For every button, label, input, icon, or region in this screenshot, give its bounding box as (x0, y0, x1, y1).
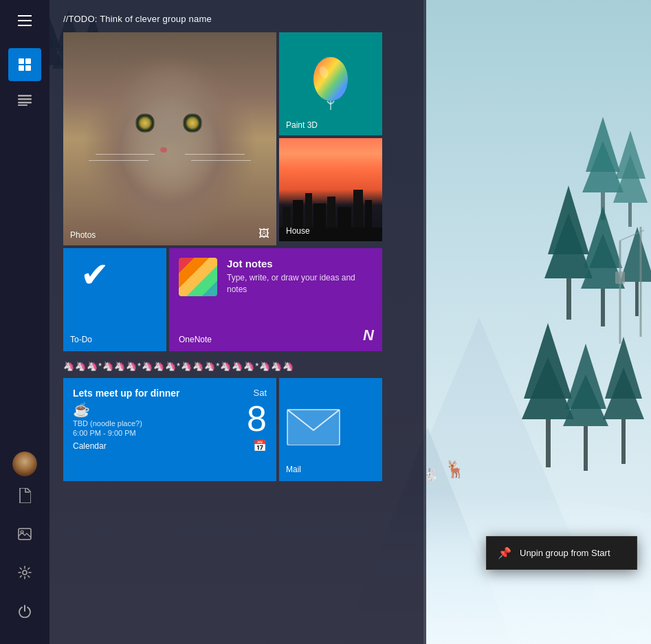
scroll-indicator (423, 0, 426, 644)
document-icon (19, 488, 31, 503)
calendar-emoji: ☕ (73, 401, 180, 418)
trees-right (410, 103, 651, 515)
tiles-col-right: Paint 3D (279, 32, 382, 245)
onenote-n-icon: N (363, 326, 374, 344)
photos-icon: 🖼 (258, 227, 269, 240)
tile-paint3d[interactable]: Paint 3D (279, 32, 382, 135)
calendar-app-label: Calendar (73, 441, 107, 451)
power-icon (18, 604, 32, 618)
calendar-event-group: Lets meet up for dinner ☕ TBD (noodle pl… (73, 388, 180, 438)
sidebar-item-pictures[interactable] (8, 518, 41, 551)
pin-icon: 📌 (498, 546, 511, 559)
whisker-left-1 (96, 154, 155, 155)
hamburger-line-1 (18, 15, 32, 16)
svg-rect-42 (18, 98, 32, 100)
tile-photos[interactable]: Photos 🖼 (63, 32, 276, 245)
svg-rect-43 (18, 102, 32, 104)
onenote-icon-box (179, 258, 217, 296)
tiles-row-1: Photos 🖼 (63, 32, 412, 245)
tiles-icon (18, 58, 32, 71)
svg-rect-36 (615, 271, 625, 284)
photos-image (63, 32, 276, 245)
todo-content: ✔ To-Do (63, 248, 166, 351)
start-content: //TODO: Think of clever group name (49, 0, 426, 644)
sidebar-item-tiles[interactable] (8, 48, 41, 81)
tiles-row-3: Lets meet up for dinner ☕ TBD (noodle pl… (63, 378, 412, 481)
context-menu-unpin-group[interactable]: 📌 Unpin group from Start (487, 540, 637, 566)
svg-rect-37 (19, 58, 24, 64)
paint3d-label: Paint 3D (286, 120, 318, 130)
onenote-jot-title: Jot notes (227, 258, 373, 269)
calendar-top: Lets meet up for dinner ☕ TBD (noodle pl… (73, 388, 267, 439)
mail-label: Mail (286, 465, 301, 474)
cat-image (63, 32, 276, 245)
svg-rect-38 (25, 58, 31, 64)
svg-point-48 (313, 57, 348, 101)
avatar-image (12, 452, 37, 476)
svg-rect-32 (621, 419, 626, 464)
calendar-event-title: Lets meet up for dinner (73, 388, 180, 399)
calendar-date-num: 8 (247, 401, 267, 436)
todo-label: To-Do (70, 335, 92, 344)
svg-rect-31 (584, 426, 588, 471)
calendar-day: Sat (247, 388, 267, 398)
house-label: House (286, 226, 310, 236)
svg-rect-41 (18, 95, 32, 97)
onenote-text: Jot notes Type, write, or draw your idea… (227, 258, 373, 342)
svg-rect-21 (566, 278, 571, 320)
todo-check-icon: ✔ (80, 255, 109, 295)
tile-onenote[interactable]: Jot notes Type, write, or draw your idea… (169, 248, 382, 351)
svg-rect-39 (19, 65, 24, 71)
start-menu: //TODO: Think of clever group name (0, 0, 426, 644)
whisker-right-1 (185, 154, 245, 155)
cat-nose (160, 147, 167, 153)
settings-icon (18, 566, 32, 579)
calendar-icon: 📅 (253, 439, 267, 452)
calendar-time: 6:00 PM - 9:00 PM (73, 429, 180, 437)
tile-house[interactable]: House (279, 138, 382, 241)
sidebar-item-allapps[interactable] (8, 84, 41, 117)
onenote-label: OneNote (179, 335, 212, 344)
calendar-location: TBD (noodle place?) (73, 419, 180, 428)
onenote-jot-subtitle: Type, write, or draw your ideas and note… (227, 272, 373, 296)
svg-rect-44 (18, 104, 27, 106)
svg-point-47 (23, 570, 27, 575)
sidebar-bottom (8, 479, 41, 644)
tile-todo[interactable]: ✔ To-Do (63, 248, 166, 351)
list-icon (18, 95, 32, 106)
sidebar-item-power[interactable] (8, 595, 41, 628)
hamburger-line-2 (18, 20, 32, 21)
svg-rect-23 (635, 282, 639, 316)
sidebar (0, 0, 49, 644)
group-title: //TODO: Think of clever group name (63, 14, 412, 24)
mail-envelope-icon (286, 404, 341, 445)
whisker-right-2 (191, 160, 251, 161)
mail-icon-container (286, 385, 341, 465)
cat-eye-left (135, 113, 155, 133)
sidebar-item-settings[interactable] (8, 556, 41, 589)
context-menu-unpin-label: Unpin group from Start (520, 548, 610, 558)
svg-rect-40 (25, 65, 31, 71)
calendar-date-group: Sat 8 (247, 388, 267, 439)
tile-mail[interactable]: Mail (279, 378, 382, 481)
pictures-icon (18, 528, 32, 540)
emoji-row: 🦄🦄🦄*🦄🦄🦄*🦄🦄🦄*🦄🦄🦄*🦄🦄🦄*🦄🦄🦄 (63, 361, 412, 371)
sidebar-item-documents[interactable] (8, 479, 41, 512)
whisker-left-2 (89, 160, 148, 161)
photos-label: Photos (70, 230, 96, 240)
cat-eye-right (183, 113, 202, 133)
deer-decoration: 🦌 (445, 460, 465, 479)
hamburger-line-3 (18, 25, 32, 26)
calendar-label-row: Calendar 📅 (73, 439, 267, 452)
paint3d-balloon-svg (309, 55, 353, 113)
context-menu: 📌 Unpin group from Start (486, 536, 637, 570)
avatar[interactable] (12, 452, 37, 476)
onenote-stripes (179, 258, 217, 296)
tiles-row-2: ✔ To-Do Jot notes Type, write, or draw y… (63, 248, 412, 351)
tile-calendar[interactable]: Lets meet up for dinner ☕ TBD (noodle pl… (63, 378, 276, 481)
svg-rect-30 (546, 419, 551, 467)
svg-rect-22 (601, 289, 605, 326)
svg-rect-15 (628, 203, 632, 227)
hamburger-button[interactable] (11, 7, 38, 34)
